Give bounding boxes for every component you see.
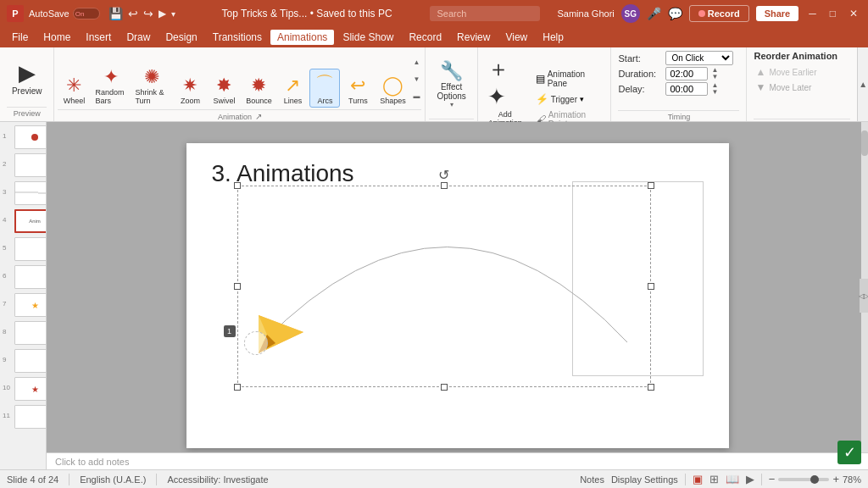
menu-help[interactable]: Help xyxy=(536,30,570,45)
expand-animation-icon[interactable]: ↗ xyxy=(255,112,262,121)
zoom-thumb[interactable] xyxy=(810,475,819,484)
minimize-button[interactable]: ─ xyxy=(805,8,820,19)
slide-thumbnail-3[interactable] xyxy=(14,181,47,205)
normal-view-button[interactable]: ▣ xyxy=(693,473,703,485)
menu-animations[interactable]: Animations xyxy=(270,30,334,45)
menu-draw[interactable]: Draw xyxy=(120,30,157,45)
trigger-button[interactable]: ⚡ Trigger ▾ xyxy=(532,92,608,107)
preview-button[interactable]: ▶ Preview xyxy=(4,51,50,105)
animation-bounce[interactable]: ✹ Bounce xyxy=(242,72,275,108)
slide-thumbnail-1[interactable] xyxy=(14,125,47,149)
reading-view-button[interactable]: 📖 xyxy=(726,473,739,485)
slide-thumbnail-7[interactable]: ★ xyxy=(14,293,47,317)
animation-turns[interactable]: ↩ Turns xyxy=(342,72,374,108)
ribbon-collapse-button[interactable]: ▲ xyxy=(857,47,868,121)
animation-arcs[interactable]: ⌒ Arcs xyxy=(309,69,340,108)
slide-thumbnail-10[interactable]: ★ xyxy=(14,377,47,401)
slide-thumb-10[interactable]: 10 ★ xyxy=(14,377,43,401)
slide-thumbnail-11[interactable] xyxy=(14,405,47,429)
redo-icon[interactable]: ↪ xyxy=(143,7,153,20)
rotate-handle[interactable]: ↺ xyxy=(438,167,449,183)
menu-file[interactable]: File xyxy=(5,30,35,45)
slide-thumb-5[interactable]: 5 xyxy=(14,237,43,261)
slide-thumb-6[interactable]: 6 xyxy=(14,265,43,289)
slide-canvas[interactable]: 3. Animations ↺ xyxy=(186,143,729,448)
handle-top-center[interactable] xyxy=(441,182,448,189)
zoom-out-icon[interactable]: − xyxy=(769,473,776,485)
slide-thumb-4[interactable]: 4 Anim xyxy=(14,209,43,233)
autosave-switch[interactable]: On xyxy=(73,8,100,19)
slide-thumb-2[interactable]: 2 xyxy=(14,153,43,177)
avatar[interactable]: SG xyxy=(621,4,640,23)
expand-right-button[interactable]: ◁▷ xyxy=(860,279,868,313)
duration-input[interactable] xyxy=(665,67,708,80)
menu-transitions[interactable]: Transitions xyxy=(206,30,269,45)
handle-mid-right[interactable] xyxy=(648,283,654,290)
animation-lines[interactable]: ↗ Lines xyxy=(277,72,308,108)
zoom-slider[interactable] xyxy=(778,478,829,481)
record-button[interactable]: Record xyxy=(689,5,749,22)
start-select[interactable]: On Click With Previous After Previous xyxy=(665,51,733,65)
search-input[interactable] xyxy=(430,6,540,21)
delay-input[interactable] xyxy=(665,82,708,96)
slide-thumb-1[interactable]: 1 xyxy=(14,125,43,149)
autosave-toggle[interactable]: AutoSave On xyxy=(29,8,100,19)
slide-thumbnail-6[interactable] xyxy=(14,265,47,289)
handle-bottom-left[interactable] xyxy=(234,384,241,391)
animation-random-bars[interactable]: ✦ Random Bars xyxy=(92,64,130,108)
effect-options-button[interactable]: 🔧 Effect Options ▾ xyxy=(429,51,473,117)
handle-bottom-center[interactable] xyxy=(441,384,448,391)
animation-swivel[interactable]: ✸ Swivel xyxy=(208,72,240,108)
slide-sorter-button[interactable]: ⊞ xyxy=(709,473,719,485)
checkmark-button[interactable]: ✓ xyxy=(837,441,861,464)
canvas-vscroll-thumb[interactable] xyxy=(861,130,868,156)
slide-thumb-3[interactable]: 3 xyxy=(14,181,43,205)
menu-view[interactable]: View xyxy=(498,30,534,45)
slide-thumbnail-9[interactable] xyxy=(14,349,47,373)
zoom-control[interactable]: − + 78% xyxy=(769,473,861,485)
slide-thumbnail-8[interactable] xyxy=(14,321,47,345)
comment-icon[interactable]: 💬 xyxy=(668,7,682,20)
dropdown-icon[interactable]: ▾ xyxy=(171,9,175,19)
accessibility-info[interactable]: Accessibility: Investigate xyxy=(167,474,268,485)
display-settings-button[interactable]: Display Settings xyxy=(611,474,678,485)
notes-button[interactable]: Notes xyxy=(580,474,604,485)
handle-top-left[interactable] xyxy=(234,182,241,189)
move-later-button[interactable]: ▼ Move Later xyxy=(754,80,850,95)
restore-button[interactable]: □ xyxy=(826,8,839,19)
slideshow-button[interactable]: ▶ xyxy=(746,473,754,485)
slide-thumbnail-5[interactable] xyxy=(14,237,47,261)
share-button[interactable]: Share xyxy=(756,6,799,21)
menu-home[interactable]: Home xyxy=(36,30,77,45)
zoom-level[interactable]: 78% xyxy=(843,474,861,485)
slide-thumb-9[interactable]: 9 xyxy=(14,349,43,373)
save-icon[interactable]: 💾 xyxy=(108,7,123,20)
language-info[interactable]: English (U.A.E.) xyxy=(80,474,146,485)
move-earlier-button[interactable]: ▲ Move Earlier xyxy=(754,64,850,80)
animation-shapes[interactable]: ◯ Shapes xyxy=(376,72,409,108)
animation-pane-button[interactable]: ▤ Animation Pane xyxy=(532,68,608,90)
undo-icon[interactable]: ↩ xyxy=(128,7,138,20)
delay-spinners[interactable]: ▲ ▼ xyxy=(711,82,718,96)
animation-selection-area[interactable]: ↺ 1 xyxy=(237,186,651,387)
add-animation-button[interactable]: ＋✦ AddAnimation xyxy=(481,51,529,130)
handle-top-right[interactable] xyxy=(648,182,654,189)
more-animations-button[interactable]: ▲ ▼ ▬ xyxy=(411,51,421,108)
zoom-in-icon[interactable]: + xyxy=(832,473,839,485)
slide-thumbnail-2[interactable] xyxy=(14,153,47,177)
animation-wheel[interactable]: ✳ Wheel xyxy=(58,72,90,108)
present-icon[interactable]: ▶ xyxy=(159,8,166,19)
slide-thumb-11[interactable]: 11 xyxy=(14,405,43,429)
handle-mid-left[interactable] xyxy=(234,283,241,290)
menu-review[interactable]: Review xyxy=(450,30,497,45)
menu-record[interactable]: Record xyxy=(402,30,448,45)
effect-dropdown-arrow[interactable]: ▾ xyxy=(450,101,453,108)
duration-spinners[interactable]: ▲ ▼ xyxy=(711,67,718,80)
handle-bottom-right[interactable] xyxy=(648,384,654,391)
close-button[interactable]: ✕ xyxy=(846,8,861,19)
microphone-icon[interactable]: 🎤 xyxy=(647,7,661,20)
notes-area[interactable]: Click to add notes xyxy=(47,452,868,469)
animation-zoom[interactable]: ✷ Zoom xyxy=(174,72,206,108)
menu-insert[interactable]: Insert xyxy=(79,30,118,45)
slide-thumbnail-4[interactable]: Anim xyxy=(14,209,47,233)
